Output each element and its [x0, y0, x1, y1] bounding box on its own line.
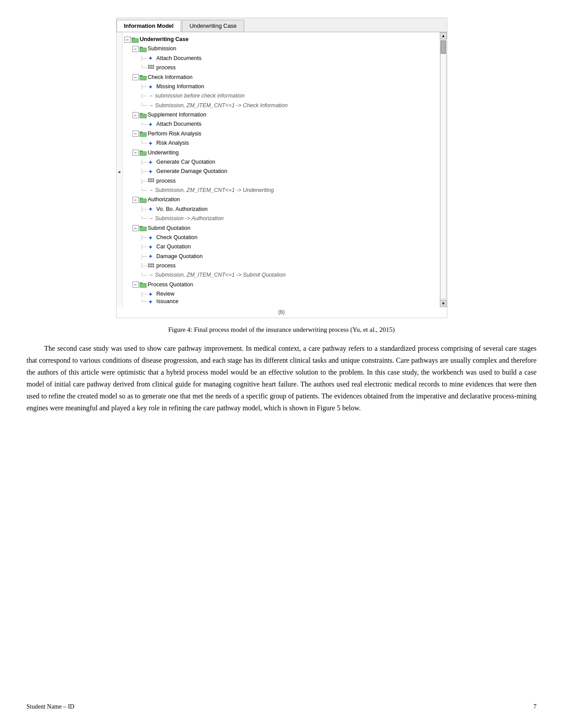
- expand-icon[interactable]: −: [132, 150, 139, 156]
- footer-right: 7: [533, 703, 537, 710]
- svg-rect-8: [152, 65, 154, 67]
- tree-content: − Underwriting Case −: [123, 32, 440, 307]
- folder-icon: [140, 197, 147, 203]
- folder-icon: [140, 281, 147, 288]
- tree-panel: ◄ − Underwriting Case: [117, 32, 447, 307]
- tree-row: ├─ process: [125, 176, 438, 186]
- svg-rect-10: [150, 67, 152, 69]
- footer-left: Student Name – ID: [26, 703, 74, 710]
- footer: Student Name – ID 7: [26, 703, 537, 710]
- tree-row: − Supplement Information: [125, 110, 438, 120]
- svg-rect-5: [140, 48, 146, 52]
- scrollbar-track[interactable]: [440, 40, 446, 299]
- scrollbar[interactable]: ▲ ▼: [440, 32, 447, 307]
- tree-row: − Underwriting Case: [125, 35, 438, 44]
- tree-row: − Authorization: [125, 195, 438, 204]
- tree-label: Generate Damage Quotation: [156, 167, 227, 176]
- svg-rect-7: [150, 65, 152, 67]
- tree-row: ├─ ✦ Missing Information: [125, 82, 438, 91]
- task-icon: ✦: [148, 140, 155, 146]
- tree-row: − Submit Quotation: [125, 224, 438, 233]
- task-icon: ✦: [148, 55, 155, 61]
- svg-rect-38: [152, 263, 154, 265]
- tree-label: Car Quotation: [156, 243, 191, 251]
- svg-rect-29: [152, 180, 154, 182]
- tab-underwriting-case[interactable]: Underwriting Case: [182, 20, 244, 32]
- tree-row: └─ process: [125, 63, 438, 72]
- left-arrow: ◄: [117, 169, 121, 174]
- svg-rect-41: [152, 266, 154, 267]
- svg-rect-28: [150, 180, 152, 182]
- svg-rect-32: [140, 199, 146, 203]
- tree-label: Underwriting Case: [140, 35, 189, 44]
- folder-icon: [140, 46, 147, 52]
- tree-label: → Submission, ZM_ITEM_CNT<=1 -> Check In…: [148, 101, 287, 110]
- svg-rect-26: [152, 178, 154, 180]
- tree-label: Process Quotation: [148, 281, 193, 289]
- tree-row: − Perform Risk Analysis: [125, 129, 438, 139]
- svg-rect-40: [150, 266, 152, 267]
- process-icon: [148, 263, 155, 269]
- tab-information-model[interactable]: Information Model: [117, 20, 181, 32]
- svg-rect-35: [140, 227, 146, 231]
- expand-icon[interactable]: −: [132, 74, 139, 80]
- svg-rect-9: [148, 67, 150, 69]
- tree-label: Damage Quotation: [156, 252, 203, 261]
- folder-icon: [140, 150, 147, 156]
- body-text: The second case study was used to show c…: [26, 342, 537, 414]
- tree-row: └─ ✦ Risk Analysis: [125, 139, 438, 148]
- svg-rect-2: [132, 39, 138, 42]
- tree-row: └─ → Submission, ZM_ITEM_CNT<=1 -> Check…: [125, 101, 438, 110]
- folder-icon: [140, 112, 147, 118]
- tree-row: ├─ ✦ Damage Quotation: [125, 252, 438, 261]
- scrollbar-thumb[interactable]: [441, 41, 446, 54]
- expand-icon[interactable]: −: [132, 281, 139, 288]
- tree-row: − Check Information: [125, 73, 438, 82]
- expand-icon[interactable]: −: [132, 225, 139, 231]
- scrollbar-up-button[interactable]: ▲: [440, 32, 447, 39]
- tree-row: ├─ → submission before check information: [125, 91, 438, 101]
- task-icon: ✦: [148, 206, 155, 212]
- expand-icon[interactable]: −: [132, 197, 139, 203]
- svg-rect-25: [150, 178, 152, 180]
- tree-label: → Submission, ZM_ITEM_CNT<=1 -> Submit Q…: [148, 271, 286, 279]
- svg-rect-23: [140, 152, 146, 155]
- tree-label: Underwriting: [148, 149, 179, 157]
- expand-icon[interactable]: −: [132, 112, 139, 118]
- task-icon: ✦: [148, 244, 155, 250]
- tree-label: Attach Documents: [156, 120, 201, 128]
- task-icon: ✦: [148, 121, 155, 128]
- tree-label: → Submission -> Authorization: [148, 214, 223, 223]
- tree-row: └─ → Submission, ZM_ITEM_CNT<=1 -> Under…: [125, 186, 438, 195]
- scrollbar-down-button[interactable]: ▼: [440, 300, 447, 307]
- svg-rect-6: [148, 65, 150, 67]
- svg-rect-44: [140, 284, 146, 287]
- figure-label: (b): [117, 307, 447, 318]
- tree-label: Supplement Information: [148, 111, 207, 119]
- tree-label: Check Quotation: [156, 233, 197, 242]
- tree-label: Check Information: [148, 73, 193, 82]
- tree-row: └─ ✦ Issuance: [125, 299, 438, 304]
- svg-rect-27: [148, 180, 150, 182]
- body-paragraph: The second case study was used to show c…: [26, 342, 537, 414]
- svg-rect-37: [150, 263, 152, 265]
- svg-rect-36: [148, 263, 150, 265]
- folder-icon: [140, 131, 147, 137]
- tree-label: Issuance: [156, 299, 178, 304]
- expand-icon[interactable]: −: [132, 46, 139, 52]
- tree-label: process: [156, 262, 176, 270]
- tree-row: − Underwriting: [125, 148, 438, 158]
- tree-label: Attach Documents: [156, 54, 201, 63]
- svg-rect-14: [140, 76, 146, 80]
- tree-row: ├─ ✦ Generate Car Quotation: [125, 158, 438, 167]
- left-marker: ◄: [117, 32, 123, 307]
- svg-rect-24: [148, 178, 150, 180]
- process-icon: [148, 178, 155, 184]
- task-icon: ✦: [148, 159, 155, 165]
- tree-label: Risk Analysis: [156, 139, 189, 147]
- expand-icon[interactable]: −: [125, 37, 131, 43]
- tree-label: → submission before check information: [148, 92, 245, 100]
- task-icon: ✦: [148, 84, 155, 90]
- svg-rect-39: [148, 266, 150, 267]
- expand-icon[interactable]: −: [132, 131, 139, 137]
